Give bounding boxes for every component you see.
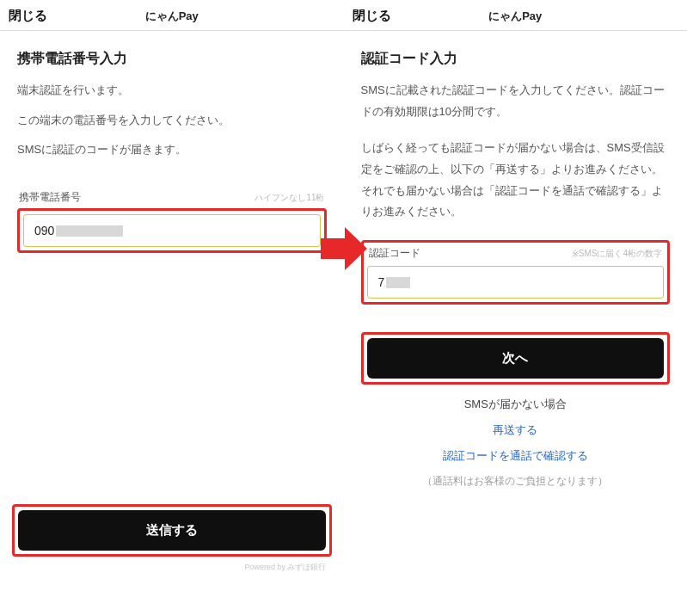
description-line-1: 端末認証を行います。 <box>17 80 327 102</box>
phone-input-value: 090 <box>34 224 54 237</box>
page-title: 認証コード入力 <box>361 50 671 68</box>
resend-link[interactable]: 再送する <box>361 422 671 438</box>
close-button[interactable]: 閉じる <box>353 8 413 24</box>
field-label: 認証コード <box>369 246 420 261</box>
description-block-2: しばらく経っても認証コードが届かない場合は、SMS受信設定をご確認の上、以下の「… <box>361 138 671 223</box>
field-label: 携帯電話番号 <box>19 190 81 205</box>
submit-area: 次へ <box>361 332 671 385</box>
code-input[interactable]: 7 <box>367 266 665 299</box>
header-title: にゃんPay <box>413 9 619 24</box>
header: 閉じる にゃんPay <box>344 0 688 31</box>
field-label-row: 認証コード ※SMSに届く4桁の数字 <box>367 246 665 261</box>
phone-input-highlight: 090 <box>17 208 327 253</box>
code-input-mask <box>386 277 410 288</box>
submit-area: 送信する Powered by みずほ銀行 <box>12 504 332 573</box>
call-charge-note: （通話料はお客様のご負担となります） <box>361 474 671 489</box>
arrow-icon <box>319 224 369 277</box>
page-title: 携帯電話番号入力 <box>17 50 327 68</box>
next-button[interactable]: 次へ <box>367 338 665 379</box>
phone-input[interactable]: 090 <box>23 214 321 247</box>
header: 閉じる にゃんPay <box>0 0 344 31</box>
field-label-row: 携帯電話番号 ハイフンなし11桁 <box>17 190 327 205</box>
code-input-value: 7 <box>378 275 385 289</box>
submit-highlight: 次へ <box>361 332 671 385</box>
close-button[interactable]: 閉じる <box>9 8 69 24</box>
svg-marker-0 <box>321 227 367 270</box>
call-confirm-link[interactable]: 認証コードを通話で確認する <box>361 448 671 464</box>
screen-phone-input: 閉じる にゃんPay 携帯電話番号入力 端末認証を行います。 この端末の電話番号… <box>0 0 344 616</box>
field-hint: ハイフンなし11桁 <box>255 192 324 204</box>
description-block-1: SMSに記載された認証コードを入力してください。認証コードの有効期限は10分間で… <box>361 80 671 122</box>
phone-input-mask <box>56 225 123 237</box>
description-line-2: この端末の電話番号を入力してください。 <box>17 110 327 132</box>
content: 認証コード入力 SMSに記載された認証コードを入力してください。認証コードの有効… <box>344 31 688 497</box>
powered-by: Powered by みずほ銀行 <box>12 562 332 573</box>
screen-code-input: 閉じる にゃんPay 認証コード入力 SMSに記載された認証コードを入力してくだ… <box>344 0 688 616</box>
code-input-highlight: 認証コード ※SMSに届く4桁の数字 7 <box>361 240 671 305</box>
submit-highlight: 送信する <box>12 504 332 557</box>
help-heading: SMSが届かない場合 <box>361 397 671 412</box>
field-hint: ※SMSに届く4桁の数字 <box>572 248 662 260</box>
content: 携帯電話番号入力 端末認証を行います。 この端末の電話番号を入力してください。 … <box>0 31 344 262</box>
description-line-3: SMSに認証のコードが届きます。 <box>17 139 327 161</box>
header-title: にゃんPay <box>69 9 275 24</box>
submit-button[interactable]: 送信する <box>18 510 326 551</box>
